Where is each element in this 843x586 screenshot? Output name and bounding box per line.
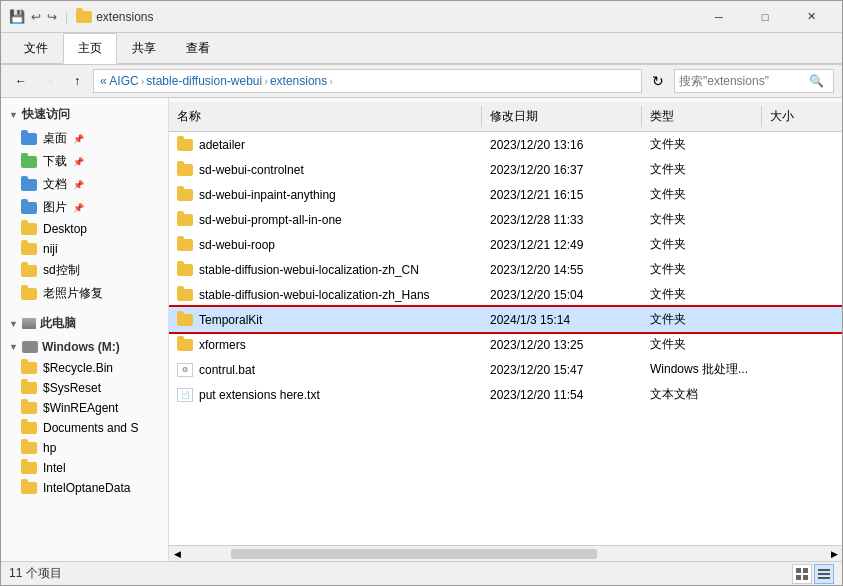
sidebar-item-documents[interactable]: 文档 📌 bbox=[1, 173, 168, 196]
folder-icon-intel bbox=[21, 462, 37, 474]
view-grid-button[interactable] bbox=[792, 564, 812, 584]
sidebar-item-desktop[interactable]: 桌面 📌 bbox=[1, 127, 168, 150]
sidebar-item-intel[interactable]: Intel bbox=[1, 458, 168, 478]
table-row-selected[interactable]: TemporalKit 2024/1/3 15:14 文件夹 bbox=[169, 307, 842, 332]
undo-icon[interactable]: ↩ bbox=[31, 10, 41, 24]
sidebar-item-sdcontrol[interactable]: sd控制 bbox=[1, 259, 168, 282]
quick-access-chevron: ▼ bbox=[9, 110, 18, 120]
file-size bbox=[762, 168, 842, 172]
tab-home[interactable]: 主页 bbox=[63, 33, 117, 64]
sidebar-item-desktop2[interactable]: Desktop bbox=[1, 219, 168, 239]
tab-share[interactable]: 共享 bbox=[117, 33, 171, 64]
table-row[interactable]: stable-diffusion-webui-localization-zh_H… bbox=[169, 282, 842, 307]
sidebar-item-hp[interactable]: hp bbox=[1, 438, 168, 458]
table-row[interactable]: xformers 2023/12/20 13:25 文件夹 bbox=[169, 332, 842, 357]
sidebar-item-recycle[interactable]: $Recycle.Bin bbox=[1, 358, 168, 378]
title-bar: 💾 ↩ ↪ | extensions ─ □ ✕ bbox=[1, 1, 842, 33]
table-row[interactable]: stable-diffusion-webui-localization-zh_C… bbox=[169, 257, 842, 282]
svg-rect-2 bbox=[796, 575, 801, 580]
folder-icon-sysreset bbox=[21, 382, 37, 394]
file-size bbox=[762, 268, 842, 272]
sidebar-item-documents-and-s[interactable]: Documents and S bbox=[1, 418, 168, 438]
maximize-button[interactable]: □ bbox=[742, 1, 788, 33]
refresh-button[interactable]: ↻ bbox=[646, 69, 670, 93]
table-row[interactable]: 📄 put extensions here.txt 2023/12/20 11:… bbox=[169, 382, 842, 407]
file-list: ▲ 名称 修改日期 类型 大小 adetailer 2023/12/20 13:… bbox=[169, 98, 842, 545]
file-type: 文件夹 bbox=[642, 234, 762, 255]
tab-view[interactable]: 查看 bbox=[171, 33, 225, 64]
save-icon[interactable]: 💾 bbox=[9, 9, 25, 24]
search-box[interactable]: 🔍 bbox=[674, 69, 834, 93]
table-row[interactable]: ⚙ contrul.bat 2023/12/20 15:47 Windows 批… bbox=[169, 357, 842, 382]
table-row[interactable]: sd-webui-prompt-all-in-one 2023/12/28 11… bbox=[169, 207, 842, 232]
address-input[interactable]: « AIGC › stable-diffusion-webui › extens… bbox=[93, 69, 642, 93]
svg-rect-3 bbox=[803, 575, 808, 580]
forward-button[interactable]: → bbox=[37, 69, 61, 93]
folder-icon bbox=[177, 214, 193, 226]
svg-rect-4 bbox=[818, 569, 830, 571]
folder-icon bbox=[177, 139, 193, 151]
folder-icon-downloads bbox=[21, 156, 37, 168]
column-header-name[interactable]: 名称 bbox=[169, 106, 482, 127]
minimize-button[interactable]: ─ bbox=[696, 1, 742, 33]
sidebar-item-pictures[interactable]: 图片 📌 bbox=[1, 196, 168, 219]
horizontal-scrollbar[interactable]: ◀ ▶ bbox=[169, 545, 842, 561]
address-bar: ← → ↑ « AIGC › stable-diffusion-webui › … bbox=[1, 65, 842, 98]
column-header-modified[interactable]: 修改日期 bbox=[482, 106, 642, 127]
scroll-thumb[interactable] bbox=[231, 549, 596, 559]
folder-icon-pictures bbox=[21, 202, 37, 214]
sidebar-section-quick-access[interactable]: ▼ 快速访问 bbox=[1, 102, 168, 127]
file-name-selected: TemporalKit bbox=[199, 313, 262, 327]
scroll-left-button[interactable]: ◀ bbox=[169, 546, 185, 562]
back-button[interactable]: ← bbox=[9, 69, 33, 93]
sidebar-item-winreagent[interactable]: $WinREAgent bbox=[1, 398, 168, 418]
status-count: 11 个项目 bbox=[9, 565, 62, 582]
table-row[interactable]: sd-webui-controlnet 2023/12/20 16:37 文件夹 bbox=[169, 157, 842, 182]
search-input[interactable] bbox=[679, 74, 809, 88]
search-icon[interactable]: 🔍 bbox=[809, 74, 824, 88]
view-list-button[interactable] bbox=[814, 564, 834, 584]
table-row[interactable]: sd-webui-roop 2023/12/21 12:49 文件夹 bbox=[169, 232, 842, 257]
sidebar-item-label-hp: hp bbox=[43, 441, 56, 455]
sidebar: ▼ 快速访问 桌面 📌 下载 📌 文档 📌 图片 📌 bbox=[1, 98, 169, 561]
folder-icon-inteloptane bbox=[21, 482, 37, 494]
scroll-right-button[interactable]: ▶ bbox=[826, 546, 842, 562]
window: 💾 ↩ ↪ | extensions ─ □ ✕ 文件 主页 共享 查看 ← →… bbox=[0, 0, 843, 586]
breadcrumb-sep-3: › bbox=[329, 75, 333, 87]
redo-icon[interactable]: ↪ bbox=[47, 10, 57, 24]
close-button[interactable]: ✕ bbox=[788, 1, 834, 33]
sidebar-section-drive[interactable]: ▼ Windows (M:) bbox=[1, 336, 168, 358]
sidebar-item-oldphoto[interactable]: 老照片修复 bbox=[1, 282, 168, 305]
breadcrumb-part-aigc[interactable]: « AIGC bbox=[100, 74, 139, 88]
folder-icon bbox=[177, 164, 193, 176]
sidebar-item-label-sdcontrol: sd控制 bbox=[43, 262, 80, 279]
breadcrumb-part-extensions[interactable]: extensions bbox=[270, 74, 327, 88]
sidebar-item-inteloptane[interactable]: IntelOptaneData bbox=[1, 478, 168, 498]
file-size bbox=[762, 218, 842, 222]
folder-icon bbox=[177, 239, 193, 251]
sidebar-section-this-pc[interactable]: ▼ 此电脑 bbox=[1, 311, 168, 336]
breadcrumb-part-sdwebui[interactable]: stable-diffusion-webui bbox=[146, 74, 262, 88]
sidebar-item-label-intel: Intel bbox=[43, 461, 66, 475]
sidebar-item-label-niji: niji bbox=[43, 242, 58, 256]
tab-file[interactable]: 文件 bbox=[9, 33, 63, 64]
sidebar-item-sysreset[interactable]: $SysReset bbox=[1, 378, 168, 398]
sidebar-item-downloads[interactable]: 下载 📌 bbox=[1, 150, 168, 173]
sidebar-item-niji[interactable]: niji bbox=[1, 239, 168, 259]
table-row[interactable]: sd-webui-inpaint-anything 2023/12/21 16:… bbox=[169, 182, 842, 207]
up-button[interactable]: ↑ bbox=[65, 69, 89, 93]
this-pc-chevron: ▼ bbox=[9, 319, 18, 329]
sidebar-item-label-winreagent: $WinREAgent bbox=[43, 401, 118, 415]
file-name: xformers bbox=[199, 338, 246, 352]
drive-chevron: ▼ bbox=[9, 342, 18, 352]
sidebar-item-label-desktop2: Desktop bbox=[43, 222, 87, 236]
column-header-size[interactable]: 大小 bbox=[762, 106, 842, 127]
folder-icon-hp bbox=[21, 442, 37, 454]
column-header-type[interactable]: 类型 bbox=[642, 106, 762, 127]
folder-icon-recycle bbox=[21, 362, 37, 374]
table-row[interactable]: adetailer 2023/12/20 13:16 文件夹 bbox=[169, 132, 842, 157]
breadcrumb: « AIGC › stable-diffusion-webui › extens… bbox=[100, 74, 333, 88]
txt-file-icon: 📄 bbox=[177, 388, 193, 402]
file-list-header: 名称 修改日期 类型 大小 bbox=[169, 102, 842, 132]
folder-icon-desktop2 bbox=[21, 223, 37, 235]
